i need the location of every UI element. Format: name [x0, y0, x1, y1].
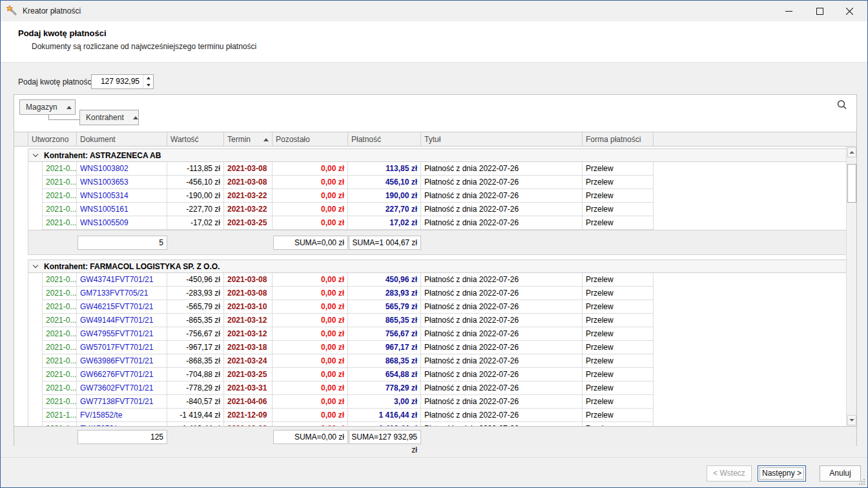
column-header-platnosc[interactable]: Płatność	[348, 132, 421, 147]
table-row[interactable]: 2021-0...WNS1003802-113,85 zł2021-03-080…	[14, 162, 846, 176]
group-chip-magazyn[interactable]: Magazyn	[19, 99, 76, 115]
table-row[interactable]: 2021-0...GM7133FVT705/21-283,93 zł2021-0…	[14, 287, 846, 300]
table-row[interactable]: 2021-0...WNS1005161-227,70 zł2021-03-220…	[14, 203, 846, 216]
cell-platnosc: 227,70 zł	[348, 203, 421, 216]
cell-wartosc: -17,02 zł	[167, 216, 224, 230]
table-row[interactable]: 2021-0...WNS1005509-17,02 zł2021-03-250,…	[14, 216, 846, 230]
row-indicator-cell	[14, 341, 28, 354]
cell-platnosc: 3,00 zł	[348, 395, 421, 409]
table-row[interactable]: 2021-0...GW49144FVT701/21-865,35 zł2021-…	[14, 314, 846, 327]
group-header-row[interactable]: Kontrahent: FARMACOL LOGISTYKA SP. Z O.O…	[14, 259, 846, 273]
cell-utworzono: 2021-0...	[43, 273, 77, 287]
column-header-pozostalo[interactable]: Pozostało	[273, 132, 348, 147]
group-header-row[interactable]: Kontrahent: ASTRAZENECA AB	[14, 148, 846, 162]
column-header-label: Termin	[227, 133, 251, 147]
minimize-button[interactable]	[774, 1, 803, 21]
table-row[interactable]: 2021-0...GW43741FVT701/21-450,96 zł2021-…	[14, 273, 846, 287]
cell-tytul: Płatność z dnia 2022-07-26	[421, 341, 583, 354]
row-indicator-cell	[14, 273, 28, 287]
column-header-forma[interactable]: Forma płatności	[583, 132, 654, 147]
column-header-utworzono[interactable]: Utworzono	[28, 132, 77, 147]
cell-pozostalo: 0,00 zł	[273, 162, 348, 176]
spinner-down-button[interactable]	[143, 82, 154, 88]
cell-dokument: GW63986FVT701/21	[77, 354, 167, 368]
group-chip-label: Kontrahent	[86, 113, 124, 122]
cell-termin: 2021-12-09	[224, 409, 273, 422]
table-row[interactable]: 2021-0...GW46215FVT701/21-565,79 zł2021-…	[14, 300, 846, 314]
cell-forma: Przelew	[583, 216, 654, 230]
next-button[interactable]: Następny >	[758, 465, 806, 482]
column-header-tytul[interactable]: Tytuł	[421, 132, 583, 147]
cancel-button[interactable]: Anuluj	[820, 465, 861, 482]
cell-utworzono: 2021-0...	[43, 327, 77, 341]
cell-tytul: Płatność z dnia 2022-07-26	[421, 409, 583, 422]
group-summary-platnosc: SUMA=1 004,67 zł	[349, 236, 421, 250]
group-by-panel: Magazyn Kontrahent	[14, 95, 856, 132]
cell-tytul: Płatność z dnia 2022-07-26	[421, 368, 583, 381]
scrollbar-thumb[interactable]	[847, 164, 856, 203]
wizard-header: Podaj kwotę płatności Dokumenty są rozli…	[1, 21, 867, 63]
cell-forma: Przelew	[583, 176, 654, 189]
cell-wartosc: -704,88 zł	[167, 368, 224, 381]
group-chip-kontrahent[interactable]: Kontrahent	[79, 110, 139, 125]
cell-termin: 2021-03-08	[224, 176, 273, 189]
cell-wartosc: -756,67 zł	[167, 327, 224, 341]
row-indicator-cell	[14, 176, 28, 189]
group-footer-band: 5SUMA=0,00 złSUMA=1 004,67 zł	[28, 230, 846, 255]
table-row[interactable]: 2021-0...GW47955FVT701/21-756,67 zł2021-…	[14, 327, 846, 341]
cell-platnosc: 778,29 zł	[348, 381, 421, 395]
cell-tytul: Płatność z dnia 2022-07-26	[421, 216, 583, 230]
group-indent-cell	[28, 314, 43, 327]
close-button[interactable]	[835, 1, 863, 21]
amount-input[interactable]: 127 932,95	[91, 74, 154, 89]
cell-pozostalo: 0,00 zł	[273, 176, 348, 189]
group-indent-cell	[28, 189, 43, 203]
vertical-scrollbar[interactable]	[846, 147, 856, 426]
cell-pozostalo: 0,00 zł	[273, 314, 348, 327]
row-indicator-cell	[14, 381, 28, 395]
cell-platnosc: 756,67 zł	[348, 327, 421, 341]
table-row[interactable]: 2021-0...GW66276FVT701/21-704,88 zł2021-…	[14, 368, 846, 381]
grand-summary-platnosc: SUMA=127 932,95 zł	[349, 430, 421, 444]
cell-platnosc: 868,35 zł	[348, 354, 421, 368]
cell-wartosc: -190,00 zł	[167, 189, 224, 203]
maximize-button[interactable]	[805, 1, 834, 21]
row-indicator-cell	[14, 189, 28, 203]
group-indent-cell	[28, 216, 43, 230]
column-header-dokument[interactable]: Dokument	[77, 132, 167, 147]
group-indent-cell	[28, 327, 43, 341]
cell-tytul: Płatność z dnia 2022-07-26	[421, 189, 583, 203]
table-row[interactable]: 2021-0...WNS1003653-456,10 zł2021-03-080…	[14, 176, 846, 189]
column-header-label: Tytuł	[424, 133, 440, 147]
column-header-wartosc[interactable]: Wartość	[167, 132, 224, 147]
table-row[interactable]: 2021-0...GW77138FVT701/21-840,57 zł2021-…	[14, 395, 846, 409]
resize-grip-icon[interactable]	[858, 478, 865, 485]
scroll-down-button[interactable]	[847, 415, 856, 425]
cell-utworzono: 2021-0...	[43, 341, 77, 354]
grand-summary-pozostalo: SUMA=0,00 zł	[273, 430, 348, 444]
table-row[interactable]: 2021-0...GW73602FVT701/21-778,29 zł2021-…	[14, 381, 846, 395]
cell-termin: 2021-03-24	[224, 354, 273, 368]
cell-tytul: Płatność z dnia 2022-07-26	[421, 176, 583, 189]
cell-termin: 2021-03-08	[224, 287, 273, 300]
back-button[interactable]: < Wstecz	[707, 465, 752, 482]
column-header-label: Pozostało	[276, 133, 310, 147]
table-row[interactable]: 2021-1...FV/15852/te-1 419,44 zł2021-12-…	[14, 409, 846, 422]
group-header-label: Kontrahent: FARMACOL LOGISTYKA SP. Z O.O…	[44, 262, 220, 271]
table-row[interactable]: 2021-0...WNS1005314-190,00 zł2021-03-220…	[14, 189, 846, 203]
group-indent-cell	[28, 162, 43, 176]
table-row[interactable]: 2021-0...GW63986FVT701/21-868,35 zł2021-…	[14, 354, 846, 368]
spinner-up-button[interactable]	[143, 75, 154, 81]
triangle-up-icon	[147, 77, 150, 79]
cell-platnosc: 1 416,44 zł	[348, 409, 421, 422]
column-header-termin[interactable]: Termin	[224, 132, 273, 147]
bottom-divider	[1, 457, 867, 458]
chevron-down-icon[interactable]	[33, 263, 38, 268]
cell-wartosc: -113,85 zł	[167, 162, 224, 176]
chevron-down-icon[interactable]	[33, 152, 38, 157]
scroll-up-button[interactable]	[847, 147, 856, 158]
cell-platnosc: 283,93 zł	[348, 287, 421, 300]
table-row[interactable]: 2021-0...GW57017FVT701/21-967,17 zł2021-…	[14, 341, 846, 354]
search-icon[interactable]	[836, 99, 848, 111]
step-title: Podaj kwotę płatności	[18, 28, 107, 38]
